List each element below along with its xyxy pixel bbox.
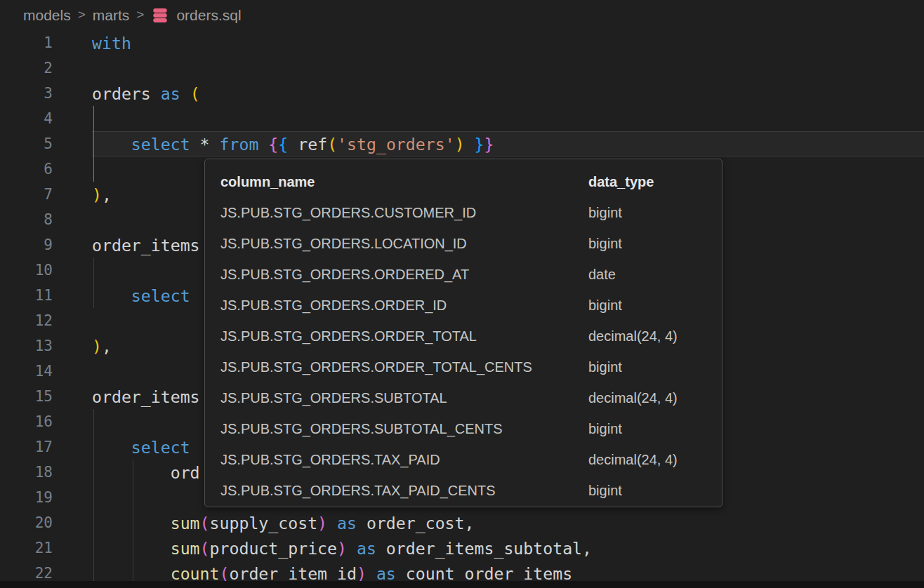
code-line[interactable]: 4 <box>0 106 924 131</box>
code-token <box>396 564 406 583</box>
code-line[interactable]: 20 sum(supply_cost) as order_cost, <box>0 510 924 535</box>
column-name-cell: JS.PUB.STG_ORDERS.CUSTOMER_ID <box>220 205 588 221</box>
code-line[interactable]: 5 select * from {{ ref('stg_orders') }} <box>0 131 924 156</box>
indent-guide-line <box>133 485 133 510</box>
line-number: 7 <box>0 186 53 203</box>
line-number: 14 <box>0 363 53 380</box>
code-line[interactable]: 3orders as ( <box>0 81 924 106</box>
line-number: 17 <box>0 439 53 455</box>
code-token: order_items_subtotal <box>386 539 582 558</box>
code-token: * <box>200 135 210 154</box>
code-line[interactable]: 2 <box>0 55 924 81</box>
code-token: ) <box>92 185 102 204</box>
code-text: order_items <box>53 387 200 406</box>
code-token: product_price <box>210 539 337 558</box>
line-number: 4 <box>0 110 53 127</box>
code-token <box>258 135 268 154</box>
chevron-right-icon: > <box>136 7 144 22</box>
code-token: ( <box>200 539 210 558</box>
line-number: 12 <box>0 312 53 329</box>
code-token <box>92 135 131 154</box>
code-token: ) <box>337 539 347 558</box>
line-number: 10 <box>0 262 53 279</box>
line-number: 19 <box>0 489 53 506</box>
indent-guide-line <box>93 409 94 434</box>
code-token: with <box>92 34 131 53</box>
line-number: 8 <box>0 211 53 228</box>
code-token: order_items <box>92 236 200 255</box>
code-token: ( <box>200 514 210 533</box>
code-token <box>92 564 171 583</box>
breadcrumb-item-marts[interactable]: marts <box>93 7 130 24</box>
code-token: ord <box>171 463 200 482</box>
code-text: sum(product_price) as order_items_subtot… <box>53 539 592 558</box>
code-token <box>347 539 357 558</box>
code-token: order_item_id <box>229 564 356 583</box>
code-line[interactable]: 1with <box>0 30 924 55</box>
data-type-cell: bigint <box>588 236 722 252</box>
table-row: JS.PUB.STG_ORDERS.SUBTOTALdecimal(24, 4) <box>220 382 722 413</box>
code-text: select * from {{ ref('stg_orders') }} <box>53 135 494 154</box>
code-text: ), <box>53 185 112 204</box>
column-name-cell: JS.PUB.STG_ORDERS.ORDERED_AT <box>220 267 588 283</box>
code-token: , <box>465 514 475 533</box>
code-token: supply_cost <box>210 514 318 533</box>
code-token <box>92 463 171 482</box>
data-type-cell: decimal(24, 4) <box>588 390 722 406</box>
code-token: , <box>102 337 112 356</box>
code-token: ( <box>327 135 337 154</box>
table-row: JS.PUB.STG_ORDERS.CUSTOMER_IDbigint <box>220 197 722 228</box>
code-token: { <box>278 135 288 154</box>
column-name-cell: JS.PUB.STG_ORDERS.ORDER_TOTAL <box>220 328 588 345</box>
code-token <box>367 564 376 583</box>
code-text: order_items <box>53 236 200 255</box>
code-token: , <box>582 539 592 558</box>
code-token: select <box>131 135 190 154</box>
breadcrumb-item-models[interactable]: models <box>23 7 71 24</box>
code-token <box>92 539 171 558</box>
breadcrumb-item-file[interactable]: orders.sql <box>176 7 241 24</box>
code-token: from <box>220 135 259 154</box>
code-token: ) <box>317 514 327 533</box>
code-token: , <box>102 185 112 204</box>
code-token: ref <box>298 135 327 154</box>
code-token: as <box>337 514 357 533</box>
column-name-cell: JS.PUB.STG_ORDERS.TAX_PAID_CENTS <box>220 483 588 499</box>
table-row: JS.PUB.STG_ORDERS.ORDER_TOTAL_CENTSbigin… <box>220 352 722 382</box>
code-text: select <box>53 438 190 457</box>
code-token <box>92 286 131 305</box>
code-token: order_cost <box>367 514 465 533</box>
code-token: sum <box>171 539 200 558</box>
table-row: JS.PUB.STG_ORDERS.TAX_PAID_CENTSbigint <box>220 475 722 506</box>
table-row: JS.PUB.STG_ORDERS.TAX_PAIDdecimal(24, 4) <box>220 444 722 475</box>
code-text: ord <box>53 463 200 482</box>
code-token: ) <box>455 135 465 154</box>
code-token: select <box>131 438 190 457</box>
column-name-cell: JS.PUB.STG_ORDERS.SUBTOTAL <box>220 390 588 406</box>
code-token <box>327 514 337 533</box>
code-token: as <box>376 564 396 583</box>
code-token: count_order_items <box>406 564 572 583</box>
column-name-cell: JS.PUB.STG_ORDERS.LOCATION_ID <box>220 236 588 252</box>
code-token: select <box>131 286 190 305</box>
table-row: JS.PUB.STG_ORDERS.ORDER_TOTALdecimal(24,… <box>220 321 722 352</box>
column-name-cell: JS.PUB.STG_ORDERS.ORDER_ID <box>220 298 588 314</box>
code-token <box>151 84 161 103</box>
indent-guide-line <box>93 106 94 131</box>
line-number: 22 <box>0 565 53 582</box>
table-row: JS.PUB.STG_ORDERS.SUBTOTAL_CENTSbigint <box>220 413 722 444</box>
column-name-cell: JS.PUB.STG_ORDERS.ORDER_TOTAL_CENTS <box>220 359 588 375</box>
line-number: 11 <box>0 287 53 304</box>
code-token <box>180 84 190 103</box>
code-line[interactable]: 21 sum(product_price) as order_items_sub… <box>0 535 924 561</box>
line-number: 6 <box>0 161 53 178</box>
code-token: { <box>268 135 278 154</box>
chevron-right-icon: > <box>78 7 86 22</box>
hover-table-header: column_name data_type <box>220 166 722 197</box>
code-token: sum <box>171 514 200 533</box>
data-type-header: data_type <box>588 174 722 190</box>
code-token: order_items <box>92 387 200 406</box>
line-number: 1 <box>0 34 53 51</box>
code-token <box>288 135 298 154</box>
code-token: count <box>171 564 220 583</box>
